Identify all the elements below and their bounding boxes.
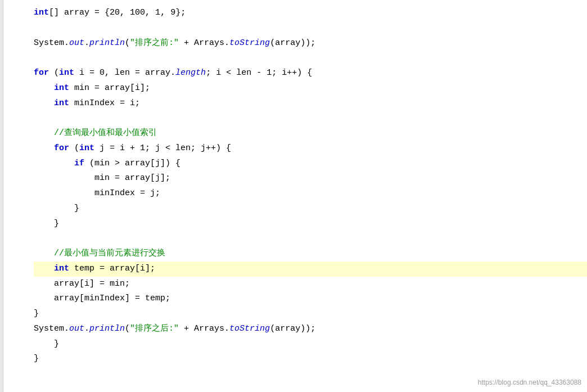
code-line-5: for (int i = 0, len = array.length; i < … [34, 66, 587, 81]
code-line-15: } [34, 217, 587, 232]
code-line-24: } [34, 352, 587, 367]
code-container: int[] array = {20, 100, 1, 9}; System.ou… [0, 0, 587, 392]
code-line-10: for (int j = i + 1; j < len; j++) { [34, 141, 587, 156]
code-line-23: } [34, 337, 587, 352]
code-line-7: int minIndex = i; [34, 96, 587, 111]
code-line-22: System.out.println("排序之后:" + Arrays.toSt… [34, 322, 587, 337]
code-line-21: } [34, 307, 587, 322]
code-line-9: //查询最小值和最小值索引 [34, 126, 587, 141]
code-line-empty-1 [34, 21, 587, 36]
code-line-1: int[] array = {20, 100, 1, 9}; [34, 6, 587, 21]
code-line-empty-2 [34, 51, 587, 66]
code-line-11: if (min > array[j]) { [34, 156, 587, 172]
code-line-3: System.out.println("排序之前:" + Arrays.toSt… [34, 36, 587, 51]
code-block: int[] array = {20, 100, 1, 9}; System.ou… [0, 6, 587, 367]
code-line-20: array[minIndex] = temp; [34, 291, 587, 307]
code-line-13: minIndex = j; [34, 186, 587, 201]
watermark: https://blog.csdn.net/qq_43363088 [478, 379, 581, 386]
code-line-14: } [34, 201, 587, 217]
code-line-19: array[i] = min; [34, 277, 587, 292]
code-line-6: int min = array[i]; [34, 81, 587, 96]
code-line-18: int temp = array[i]; [34, 262, 587, 277]
code-line-12: min = array[j]; [34, 171, 587, 186]
code-line-empty-4 [34, 231, 587, 246]
code-line-empty-3 [34, 111, 587, 126]
code-line-17: //最小值与当前元素进行交换 [34, 246, 587, 262]
